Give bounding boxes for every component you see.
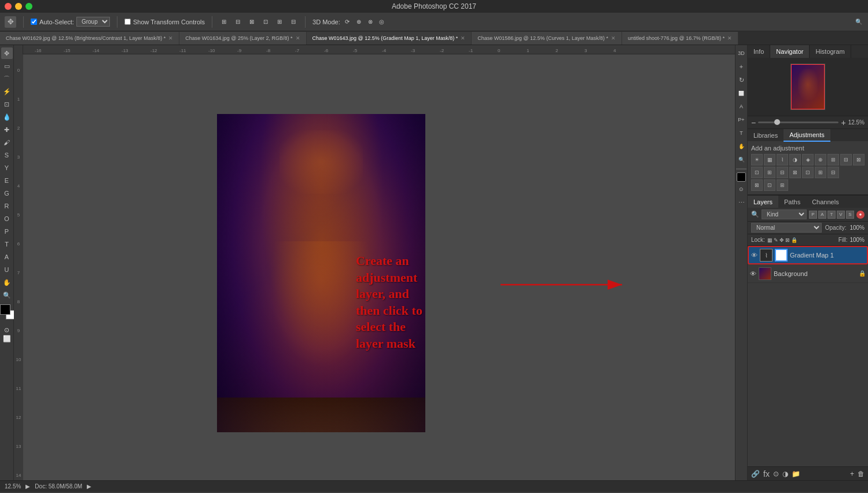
layer-row-gradient-map[interactable]: 👁 ⌇ Gradient Map 1 bbox=[748, 246, 868, 264]
tab-3[interactable]: Chase W01586.jpg @ 12.5% (Curves 1, Laye… bbox=[472, 32, 622, 45]
zoom-tool-r[interactable]: 🔍 bbox=[735, 154, 747, 165]
healing-tool[interactable]: ✚ bbox=[1, 124, 13, 135]
move-tool[interactable]: ✥ bbox=[1, 47, 13, 59]
posterize-adj-icon[interactable]: ⊠ bbox=[789, 167, 801, 178]
filter-pixel-icon[interactable]: P bbox=[809, 211, 817, 219]
auto-select-checkbox[interactable] bbox=[31, 19, 37, 25]
move-tool-icon[interactable]: ✥ bbox=[5, 16, 16, 28]
align-center-h-icon[interactable]: ⊟ bbox=[233, 17, 242, 27]
blur-tool[interactable]: R bbox=[1, 200, 13, 212]
vibrance-adj-icon[interactable]: ◈ bbox=[802, 154, 814, 165]
rotate-view-tool[interactable]: ↻ bbox=[735, 74, 747, 86]
tab-4[interactable]: untitled shoot-776.jpg @ 16.7% (RGB/8) *… bbox=[622, 32, 738, 45]
colorlookup-adj-icon[interactable]: ⊞ bbox=[764, 167, 775, 178]
quick-select-tool[interactable]: ⚡ bbox=[1, 86, 13, 97]
brush-tool[interactable]: 🖌 bbox=[1, 137, 13, 148]
tab-0-close[interactable]: ✕ bbox=[168, 35, 173, 41]
photoflt-adj-icon[interactable]: ⊠ bbox=[853, 154, 865, 165]
tab-layers[interactable]: Layers bbox=[748, 196, 778, 208]
eyedropper-tool[interactable]: 💧 bbox=[1, 111, 13, 123]
minimize-button[interactable] bbox=[15, 3, 22, 10]
gradient-adj-icon[interactable]: ⊡ bbox=[764, 179, 775, 191]
rectangle-select-tool[interactable]: ⬜ bbox=[735, 87, 747, 99]
3d-scale-icon[interactable]: ⊗ bbox=[366, 17, 375, 27]
selectcolor-adj-icon[interactable]: ⊟ bbox=[827, 167, 839, 178]
align-bottom-icon[interactable]: ⊟ bbox=[289, 17, 298, 27]
lock-transparent-icon[interactable]: ▦ bbox=[767, 237, 773, 243]
more-tools[interactable]: ⋯ bbox=[735, 197, 747, 208]
blend-mode-dropdown[interactable]: Normal Multiply Screen Overlay bbox=[751, 223, 822, 233]
exposure-adj-icon[interactable]: ◑ bbox=[789, 154, 801, 165]
path-selection-tool[interactable]: A bbox=[1, 251, 13, 263]
gradmap-adj-icon[interactable]: ⊞ bbox=[815, 167, 826, 178]
levels-adj-icon[interactable]: ▦ bbox=[764, 154, 775, 165]
tab-1-close[interactable]: ✕ bbox=[296, 35, 300, 41]
add-style-btn[interactable]: fx bbox=[763, 469, 770, 479]
tab-0[interactable]: Chase W01629.jpg @ 12.5% (Brightness/Con… bbox=[0, 32, 179, 45]
crop-tool[interactable]: ⊡ bbox=[1, 98, 13, 110]
invert-adj-icon[interactable]: ⊟ bbox=[777, 167, 788, 178]
tab-info[interactable]: Info bbox=[748, 45, 770, 58]
dodge-tool[interactable]: O bbox=[1, 213, 13, 225]
align-top-icon[interactable]: ⊡ bbox=[261, 17, 270, 27]
align-right-icon[interactable]: ⊠ bbox=[247, 17, 256, 27]
maximize-button[interactable] bbox=[25, 3, 32, 10]
add-group-btn[interactable]: 📁 bbox=[792, 470, 800, 478]
link-layers-btn[interactable]: 🔗 bbox=[751, 470, 760, 478]
tab-paths[interactable]: Paths bbox=[778, 196, 806, 208]
tab-4-close[interactable]: ✕ bbox=[727, 35, 732, 41]
3d-rotate-icon[interactable]: ⟳ bbox=[343, 17, 352, 27]
tab-navigator[interactable]: Navigator bbox=[770, 45, 810, 58]
pen-add-tool[interactable]: P+ bbox=[735, 114, 747, 126]
filter-type-icon[interactable]: T bbox=[827, 211, 836, 219]
pen-tool[interactable]: P bbox=[1, 226, 13, 237]
clone-stamp-tool[interactable]: S bbox=[1, 149, 13, 161]
quick-mask-r[interactable]: ⊙ bbox=[735, 183, 747, 195]
history-brush-tool[interactable]: Y bbox=[1, 162, 13, 174]
tab-histogram[interactable]: Histogram bbox=[810, 45, 851, 58]
zoom-in-tool[interactable]: + bbox=[735, 61, 747, 72]
3d-roll-icon[interactable]: ◎ bbox=[377, 17, 387, 27]
filter-smart-icon[interactable]: S bbox=[846, 211, 854, 219]
filter-shape-icon[interactable]: V bbox=[837, 211, 845, 219]
gradient-map-visibility[interactable]: 👁 bbox=[751, 252, 757, 259]
threshold-adj-icon[interactable]: ⊡ bbox=[802, 167, 814, 178]
hsl-adj-icon[interactable]: ⊕ bbox=[815, 154, 826, 165]
tab-3-close[interactable]: ✕ bbox=[611, 35, 616, 41]
foreground-color-swatch[interactable] bbox=[0, 304, 10, 315]
tab-adjustments[interactable]: Adjustments bbox=[784, 129, 830, 142]
direct-select-tool[interactable]: A bbox=[735, 101, 747, 112]
3d-pan-icon[interactable]: ⊕ bbox=[354, 17, 363, 27]
shape-tool[interactable]: U bbox=[1, 264, 13, 275]
tab-libraries[interactable]: Libraries bbox=[748, 129, 784, 142]
layer-row-background[interactable]: 👁 Background 🔒 bbox=[748, 264, 868, 283]
lock-move-icon[interactable]: ✥ bbox=[779, 237, 784, 243]
eraser-tool[interactable]: E bbox=[1, 175, 13, 186]
colorbalance-adj-icon[interactable]: ⊞ bbox=[827, 154, 839, 165]
lasso-tool[interactable]: ⌒ bbox=[1, 73, 13, 84]
add-mask-btn[interactable]: ⊙ bbox=[773, 470, 779, 478]
add-layer-btn[interactable]: + bbox=[850, 470, 854, 478]
auto-select-dropdown[interactable]: Group Layer bbox=[76, 17, 110, 27]
tab-2[interactable]: Chase W01643.jpg @ 12.5% (Gradient Map 1… bbox=[307, 32, 472, 45]
search-icon[interactable]: 🔍 bbox=[854, 17, 863, 27]
lock-artboard-icon[interactable]: ⊠ bbox=[785, 237, 790, 243]
zoom-out-btn[interactable]: − bbox=[751, 119, 756, 127]
background-visibility[interactable]: 👁 bbox=[750, 270, 756, 277]
zoom-in-btn[interactable]: + bbox=[841, 119, 845, 127]
filter-toggle[interactable]: ● bbox=[856, 211, 865, 219]
quick-mask-icon[interactable]: ⊙ bbox=[4, 326, 9, 334]
foreground-swatch-r[interactable] bbox=[737, 172, 746, 182]
pattern-adj-icon[interactable]: ⊞ bbox=[777, 179, 788, 191]
lock-draw-icon[interactable]: ✎ bbox=[774, 237, 778, 243]
tab-2-close[interactable]: ✕ bbox=[461, 35, 465, 41]
align-center-v-icon[interactable]: ⊞ bbox=[275, 17, 284, 27]
channelmix-adj-icon[interactable]: ⊡ bbox=[751, 167, 763, 178]
curves-adj-icon[interactable]: ⌇ bbox=[777, 154, 788, 165]
tab-channels[interactable]: Channels bbox=[806, 196, 844, 208]
marquee-tool[interactable]: ▭ bbox=[1, 60, 13, 72]
gradient-tool[interactable]: G bbox=[1, 187, 13, 199]
brightness-adj-icon[interactable]: ☀ bbox=[751, 154, 763, 165]
3d-tool[interactable]: 3D bbox=[735, 47, 747, 59]
bw-adj-icon[interactable]: ⊟ bbox=[840, 154, 852, 165]
